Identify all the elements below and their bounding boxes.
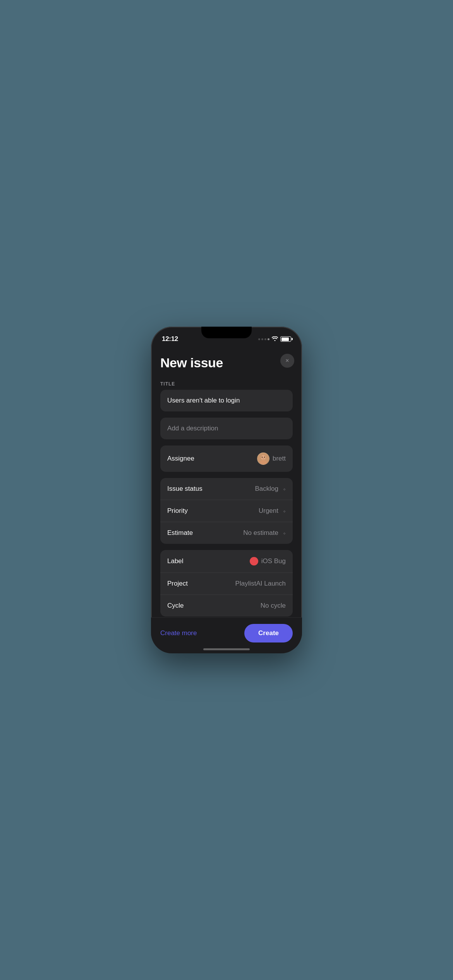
title-section-label: TITLE bbox=[160, 381, 293, 387]
label-row[interactable]: Label iOS Bug bbox=[160, 550, 293, 572]
chevron-icon: ⬦ bbox=[283, 486, 286, 492]
assignee-name: brett bbox=[273, 455, 286, 463]
title-section: TITLE Users aren't able to login bbox=[160, 381, 293, 418]
page-title: New issue bbox=[160, 355, 293, 370]
priority-value: Urgent ⬦ bbox=[259, 507, 286, 515]
chevron-icon: ⬦ bbox=[283, 530, 286, 536]
assignee-group: Assignee bbox=[160, 445, 293, 472]
title-input[interactable]: Users aren't able to login bbox=[160, 390, 293, 411]
label-color-dot bbox=[250, 557, 258, 565]
close-button[interactable]: × bbox=[280, 354, 294, 368]
project-text: PlaylistAI Launch bbox=[235, 580, 286, 588]
project-label: Project bbox=[167, 580, 188, 588]
status-icons bbox=[258, 336, 291, 342]
wifi-icon bbox=[272, 336, 278, 342]
project-row[interactable]: Project PlaylistAI Launch bbox=[160, 572, 293, 595]
create-button[interactable]: Create bbox=[244, 624, 293, 642]
cycle-row[interactable]: Cycle No cycle bbox=[160, 595, 293, 617]
label-text: iOS Bug bbox=[261, 557, 286, 565]
label-value: iOS Bug bbox=[250, 557, 286, 565]
svg-point-4 bbox=[264, 457, 265, 458]
priority-label: Priority bbox=[167, 507, 188, 515]
estimate-value: No estimate ⬦ bbox=[243, 529, 286, 537]
issue-status-value: Backlog ⬦ bbox=[255, 485, 286, 493]
metadata-group: Label iOS Bug Project PlaylistAI Launch … bbox=[160, 550, 293, 617]
issue-status-row[interactable]: Issue status Backlog ⬦ bbox=[160, 478, 293, 500]
issue-status-label: Issue status bbox=[167, 485, 202, 493]
priority-text: Urgent bbox=[259, 507, 278, 515]
assignee-row[interactable]: Assignee bbox=[160, 445, 293, 472]
home-indicator bbox=[203, 648, 250, 650]
issue-status-text: Backlog bbox=[255, 485, 278, 493]
battery-icon bbox=[280, 336, 291, 342]
properties-group: Issue status Backlog ⬦ Priority Urgent ⬦… bbox=[160, 478, 293, 544]
modal-scroll: TITLE Users aren't able to login Add a d… bbox=[160, 381, 293, 653]
chevron-icon: ⬦ bbox=[283, 508, 286, 514]
svg-point-3 bbox=[262, 457, 263, 458]
assignee-value: brett bbox=[257, 452, 286, 465]
label-field-label: Label bbox=[167, 557, 184, 565]
description-input[interactable]: Add a description bbox=[160, 418, 293, 439]
avatar bbox=[257, 452, 269, 465]
priority-row[interactable]: Priority Urgent ⬦ bbox=[160, 500, 293, 522]
project-value: PlaylistAI Launch bbox=[235, 580, 286, 588]
status-time: 12:12 bbox=[162, 335, 178, 343]
estimate-row[interactable]: Estimate No estimate ⬦ bbox=[160, 522, 293, 544]
create-more-button[interactable]: Create more bbox=[160, 626, 197, 640]
estimate-text: No estimate bbox=[243, 529, 278, 537]
assignee-label: Assignee bbox=[167, 455, 194, 463]
signal-icon bbox=[258, 338, 269, 340]
estimate-label: Estimate bbox=[167, 529, 193, 537]
cycle-value: No cycle bbox=[261, 602, 286, 610]
cycle-text: No cycle bbox=[261, 602, 286, 610]
cycle-label: Cycle bbox=[167, 602, 184, 610]
